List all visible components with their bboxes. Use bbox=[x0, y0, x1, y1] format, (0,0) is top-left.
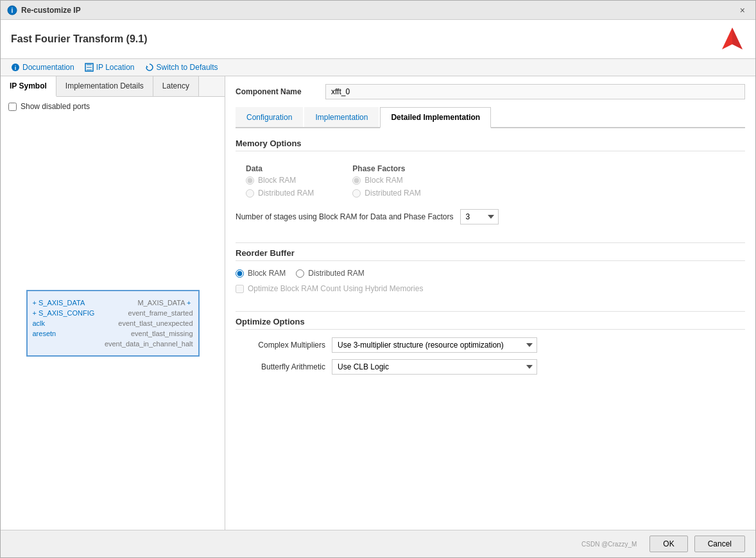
tab-implementation[interactable]: Implementation bbox=[304, 107, 379, 127]
main-content: IP Symbol Implementation Details Latency… bbox=[1, 76, 755, 530]
ip-left-port-aresetn: aresetn bbox=[33, 330, 56, 337]
left-panel: IP Symbol Implementation Details Latency… bbox=[1, 76, 225, 530]
info-icon: i bbox=[11, 63, 20, 72]
ip-symbol-row-3: aclk event_tlast_unexpected bbox=[28, 318, 198, 328]
memory-options-title: Memory Options bbox=[236, 139, 745, 151]
ip-symbol-row-1: +S_AXIS_DATA M_AXIS_DATA + bbox=[28, 298, 198, 308]
reorder-radio-group: Block RAM Distributed RAM bbox=[236, 269, 745, 278]
ip-right-port-event-frame-started: event_frame_started bbox=[128, 309, 193, 317]
ip-location-link[interactable]: IP Location bbox=[85, 63, 135, 72]
data-block-ram-label: Block RAM bbox=[258, 176, 296, 185]
ip-left-port-s-axis-config: +S_AXIS_CONFIG bbox=[33, 309, 95, 317]
xilinx-logo bbox=[719, 26, 745, 52]
data-block-ram-radio[interactable] bbox=[246, 176, 254, 185]
reorder-distributed-ram-option[interactable]: Distributed RAM bbox=[296, 269, 364, 278]
title-bar-left: i Re-customize IP bbox=[7, 5, 81, 15]
phase-distributed-ram-option[interactable]: Distributed RAM bbox=[352, 189, 420, 198]
show-disabled-checkbox[interactable] bbox=[8, 103, 17, 111]
svg-text:i: i bbox=[15, 65, 17, 71]
tab-latency[interactable]: Latency bbox=[153, 76, 199, 96]
memory-columns-row: Data Block RAM Distributed RAM bbox=[236, 159, 745, 203]
divider-1 bbox=[236, 242, 745, 243]
stages-select[interactable]: 3 1 2 4 5 bbox=[460, 209, 499, 224]
complex-multipliers-select[interactable]: Use 3-multiplier structure (resource opt… bbox=[332, 337, 537, 353]
data-column: Data Block RAM Distributed RAM bbox=[246, 164, 314, 198]
memory-options-section: Memory Options Data Block RAM Distribute… bbox=[236, 139, 745, 224]
reorder-buffer-section: Reorder Buffer Block RAM Distributed RAM… bbox=[236, 248, 745, 293]
toolbar: i Documentation IP Location Switch to De… bbox=[1, 59, 755, 76]
show-disabled-row: Show disabled ports bbox=[1, 97, 225, 116]
ip-symbol-row-4: aresetn event_tlast_missing bbox=[28, 328, 198, 339]
butterfly-arithmetic-select[interactable]: Use CLB Logic Use DSP48 bbox=[332, 359, 537, 375]
header: Fast Fourier Transform (9.1) bbox=[1, 20, 755, 59]
switch-to-defaults-label: Switch to Defaults bbox=[157, 63, 218, 72]
app-icon: i bbox=[7, 5, 17, 15]
phase-block-ram-option[interactable]: Block RAM bbox=[352, 176, 420, 185]
reorder-distributed-ram-radio[interactable] bbox=[296, 269, 304, 278]
butterfly-arithmetic-label: Butterfly Arithmetic bbox=[236, 362, 325, 371]
ip-location-label: IP Location bbox=[96, 63, 135, 72]
documentation-link[interactable]: i Documentation bbox=[11, 63, 74, 72]
tab-implementation-details[interactable]: Implementation Details bbox=[56, 76, 153, 96]
phase-radio-group: Block RAM Distributed RAM bbox=[352, 176, 420, 198]
phase-distributed-ram-radio[interactable] bbox=[352, 189, 361, 198]
ok-button[interactable]: OK bbox=[649, 536, 687, 552]
left-tab-bar: IP Symbol Implementation Details Latency bbox=[1, 76, 225, 97]
optimize-hybrid-checkbox bbox=[236, 285, 244, 293]
show-disabled-label: Show disabled ports bbox=[21, 102, 90, 111]
optimize-hybrid-label: Optimize Block RAM Count Using Hybrid Me… bbox=[248, 284, 423, 293]
svg-text:i: i bbox=[12, 7, 13, 14]
ip-right-port-m-axis-data: M_AXIS_DATA + bbox=[137, 299, 193, 307]
right-tab-bar: Configuration Implementation Detailed Im… bbox=[236, 107, 745, 128]
phase-distributed-ram-label: Distributed RAM bbox=[365, 189, 420, 198]
ip-right-port-event-data-in-channel-halt: event_data_in_channel_halt bbox=[105, 340, 193, 348]
tab-configuration[interactable]: Configuration bbox=[236, 107, 303, 127]
main-window: i Re-customize IP × Fast Fourier Transfo… bbox=[0, 0, 756, 558]
optimize-options-section: Optimize Options Complex Multipliers Use… bbox=[236, 317, 745, 381]
reorder-block-ram-option[interactable]: Block RAM bbox=[236, 269, 286, 278]
stages-row: Number of stages using Block RAM for Dat… bbox=[236, 209, 745, 224]
title-bar: i Re-customize IP × bbox=[1, 1, 755, 20]
stages-label: Number of stages using Block RAM for Dat… bbox=[236, 212, 454, 221]
phase-factors-column: Phase Factors Block RAM Distributed RAM bbox=[352, 164, 420, 198]
ip-symbol-box: +S_AXIS_DATA M_AXIS_DATA + +S_AXIS_CONFI… bbox=[26, 290, 200, 357]
optimize-hybrid-row: Optimize Block RAM Count Using Hybrid Me… bbox=[236, 284, 745, 293]
data-block-ram-option[interactable]: Block RAM bbox=[246, 176, 314, 185]
data-column-header: Data bbox=[246, 164, 314, 176]
ip-symbol-row-2: +S_AXIS_CONFIG event_frame_started bbox=[28, 308, 198, 318]
reorder-block-ram-label: Block RAM bbox=[248, 269, 286, 278]
svg-marker-3 bbox=[732, 28, 743, 49]
tab-detailed-implementation[interactable]: Detailed Implementation bbox=[380, 107, 491, 128]
phase-factors-column-header: Phase Factors bbox=[352, 164, 420, 176]
component-name-row: Component Name bbox=[236, 84, 745, 99]
data-distributed-ram-label: Distributed RAM bbox=[258, 189, 314, 198]
switch-to-defaults-link[interactable]: Switch to Defaults bbox=[145, 63, 218, 72]
butterfly-arithmetic-row: Butterfly Arithmetic Use CLB Logic Use D… bbox=[236, 359, 745, 375]
ip-left-port-s-axis-data: +S_AXIS_DATA bbox=[33, 299, 85, 307]
ip-right-port-event-tlast-missing: event_tlast_missing bbox=[131, 330, 193, 337]
complex-multipliers-row: Complex Multipliers Use 3-multiplier str… bbox=[236, 337, 745, 353]
close-button[interactable]: × bbox=[736, 4, 749, 17]
component-name-input[interactable] bbox=[325, 84, 745, 99]
documentation-label: Documentation bbox=[22, 63, 74, 72]
ip-left-port-aclk: aclk bbox=[33, 319, 46, 327]
ip-symbol-row-5: event_data_in_channel_halt bbox=[28, 339, 198, 349]
reorder-distributed-ram-label: Distributed RAM bbox=[308, 269, 364, 278]
data-radio-group: Block RAM Distributed RAM bbox=[246, 176, 314, 198]
phase-block-ram-label: Block RAM bbox=[365, 176, 402, 185]
window-title: Re-customize IP bbox=[21, 6, 81, 15]
optimize-options-title: Optimize Options bbox=[236, 317, 745, 330]
cancel-button[interactable]: Cancel bbox=[694, 536, 745, 552]
tab-ip-symbol[interactable]: IP Symbol bbox=[1, 76, 56, 97]
right-panel: Component Name Configuration Implementat… bbox=[225, 76, 755, 530]
header-title: Fast Fourier Transform (9.1) bbox=[11, 33, 148, 45]
data-distributed-ram-radio[interactable] bbox=[246, 189, 254, 198]
watermark-text: CSDN @Crazzy_M bbox=[581, 541, 637, 548]
svg-marker-7 bbox=[146, 65, 148, 67]
ip-right-port-event-tlast-unexpected: event_tlast_unexpected bbox=[118, 319, 193, 327]
complex-multipliers-label: Complex Multipliers bbox=[236, 341, 325, 350]
component-name-label: Component Name bbox=[236, 87, 319, 96]
phase-block-ram-radio[interactable] bbox=[352, 176, 361, 185]
reorder-block-ram-radio[interactable] bbox=[236, 269, 244, 278]
data-distributed-ram-option[interactable]: Distributed RAM bbox=[246, 189, 314, 198]
